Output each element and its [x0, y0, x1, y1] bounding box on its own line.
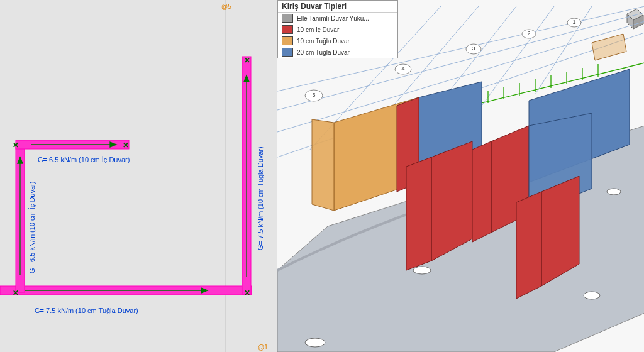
- svg-text:✕: ✕: [244, 56, 250, 65]
- svg-point-65: [584, 292, 600, 299]
- svg-point-64: [413, 267, 431, 274]
- legend-swatch: [282, 48, 293, 57]
- legend-row: Elle Tanımlı Duvar Yükü...: [278, 13, 397, 24]
- plan-left-label: G= 6.5 kN/m (10 cm İç Duvar): [28, 182, 36, 273]
- legend-row: 10 cm Tuğla Duvar: [278, 35, 397, 47]
- svg-text:✕: ✕: [244, 289, 250, 297]
- legend-label: 10 cm Tuğla Duvar: [297, 38, 350, 45]
- legend-label: Elle Tanımlı Duvar Yükü...: [297, 15, 369, 22]
- svg-text:2: 2: [527, 30, 530, 36]
- svg-marker-59: [472, 141, 491, 242]
- svg-text:5: 5: [312, 92, 315, 98]
- svg-marker-57: [406, 157, 431, 270]
- svg-text:✕: ✕: [13, 289, 19, 297]
- axis-top-label: @5: [221, 3, 231, 10]
- plan-bottom-label: G= 7.5 kN/m (10 cm Tuğla Duvar): [35, 307, 138, 314]
- svg-text:✕: ✕: [13, 141, 19, 150]
- legend-label: 10 cm İç Duvar: [297, 26, 339, 33]
- plan-top-label: G= 6.5 kN/m (10 cm İç Duvar): [38, 156, 130, 163]
- legend-row: 10 cm İç Duvar: [278, 24, 397, 35]
- legend-swatch: [282, 14, 293, 23]
- svg-point-66: [607, 189, 621, 195]
- split-view: ✕ ✕ ✕ ✕ ✕ G= 7.5 kN/m (10 cm Tuğla Duvar…: [0, 0, 644, 352]
- legend-box: Kiriş Duvar Tipleri Elle Tanımlı Duvar Y…: [277, 0, 398, 58]
- svg-text:1: 1: [572, 19, 575, 25]
- legend-label: 20 cm Tuğla Duvar: [297, 49, 350, 56]
- plan-2d-pane[interactable]: ✕ ✕ ✕ ✕ ✕ G= 7.5 kN/m (10 cm Tuğla Duvar…: [0, 0, 277, 352]
- perspective-3d-pane[interactable]: Kiriş Duvar Tipleri Elle Tanımlı Duvar Y…: [277, 0, 644, 352]
- svg-marker-53: [312, 119, 334, 211]
- legend-swatch: [282, 36, 293, 45]
- svg-marker-39: [592, 34, 626, 60]
- axis-bottom-label: @1: [258, 344, 268, 351]
- svg-line-28: [535, 6, 592, 94]
- svg-text:3: 3: [472, 45, 475, 52]
- legend-row: 20 cm Tuğla Duvar: [278, 47, 397, 58]
- plan-2d-svg: ✕ ✕ ✕ ✕ ✕ G= 7.5 kN/m (10 cm Tuğla Duvar…: [0, 0, 277, 352]
- legend-title: Kiriş Duvar Tipleri: [278, 1, 397, 13]
- svg-text:4: 4: [401, 65, 404, 72]
- svg-point-63: [305, 338, 325, 347]
- legend-swatch: [282, 25, 293, 34]
- svg-marker-62: [516, 192, 541, 299]
- plan-right-label: G= 7.5 kN/m (10 cm Tuğla Duvar): [257, 146, 264, 250]
- svg-text:✕: ✕: [123, 141, 129, 150]
